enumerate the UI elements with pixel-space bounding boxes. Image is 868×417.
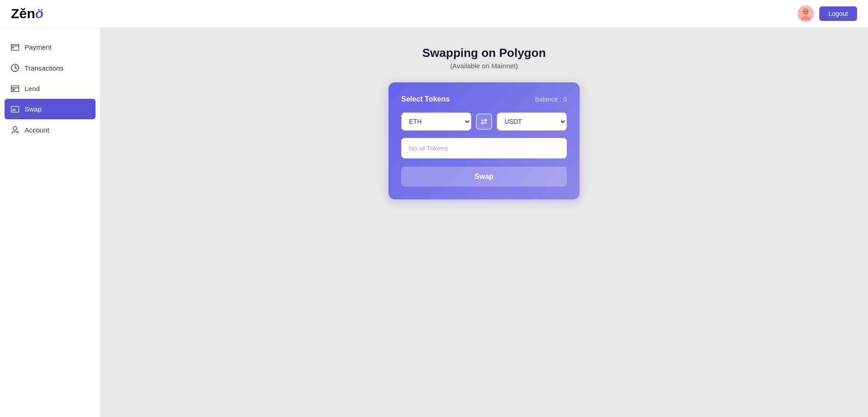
logo-text-e: ě <box>19 6 27 21</box>
sidebar-item-account[interactable]: Account <box>0 119 100 140</box>
header-right: Logout <box>797 5 857 22</box>
sidebar-item-transactions[interactable]: Transactions <box>0 57 100 78</box>
sidebar-item-lend-label: Lend <box>25 85 40 92</box>
avatar <box>797 5 814 22</box>
svg-rect-8 <box>11 86 19 92</box>
logo-text-o: ö <box>35 6 43 21</box>
from-token-select[interactable]: ETH BTC MATIC DAI <box>401 112 471 131</box>
balance-label: Balance : 0 <box>535 96 567 103</box>
main-content: Swapping on Polygon (Available on Mainne… <box>100 28 868 417</box>
svg-rect-6 <box>12 47 14 48</box>
svg-point-2 <box>804 11 805 12</box>
svg-point-1 <box>801 16 810 20</box>
logo: Z ě n ö <box>11 6 44 21</box>
sidebar-item-payment[interactable]: Payment <box>0 37 100 57</box>
payment-icon <box>11 44 19 51</box>
page-subtitle: (Available on Mainnet) <box>450 62 518 70</box>
to-token-select[interactable]: USDT ETH BTC MATIC <box>497 112 567 131</box>
logout-button[interactable]: Logout <box>819 6 857 21</box>
sidebar: Payment Transactions Lend <box>0 28 100 417</box>
swap-card: Select Tokens Balance : 0 ETH BTC MATIC … <box>389 82 580 199</box>
tokens-input[interactable] <box>401 138 567 158</box>
transactions-icon <box>11 64 19 72</box>
logo-text: Z <box>11 6 19 21</box>
swap-card-header: Select Tokens Balance : 0 <box>401 95 567 103</box>
header: Z ě n ö Logout <box>0 0 868 28</box>
account-icon <box>11 126 19 134</box>
svg-point-14 <box>13 127 17 130</box>
select-tokens-label: Select Tokens <box>401 95 449 103</box>
main-layout: Payment Transactions Lend <box>0 28 868 417</box>
page-title: Swapping on Polygon <box>422 46 546 60</box>
sidebar-item-lend[interactable]: Lend <box>0 78 100 99</box>
lend-icon <box>11 86 19 92</box>
sidebar-item-swap-label: Swap <box>25 105 42 113</box>
swap-arrows-button[interactable] <box>476 113 492 130</box>
swap-button[interactable]: Swap <box>401 167 567 187</box>
sidebar-item-account-label: Account <box>25 126 49 134</box>
sidebar-item-swap[interactable]: ⇄ Swap <box>5 99 96 119</box>
logo-text-n: n <box>27 6 35 21</box>
svg-point-3 <box>807 11 807 12</box>
svg-text:⇄: ⇄ <box>12 107 16 112</box>
sidebar-item-payment-label: Payment <box>25 43 51 51</box>
swap-icon: ⇄ <box>11 106 19 112</box>
sidebar-item-transactions-label: Transactions <box>25 64 63 72</box>
token-selectors: ETH BTC MATIC DAI USDT ETH B <box>401 112 567 131</box>
